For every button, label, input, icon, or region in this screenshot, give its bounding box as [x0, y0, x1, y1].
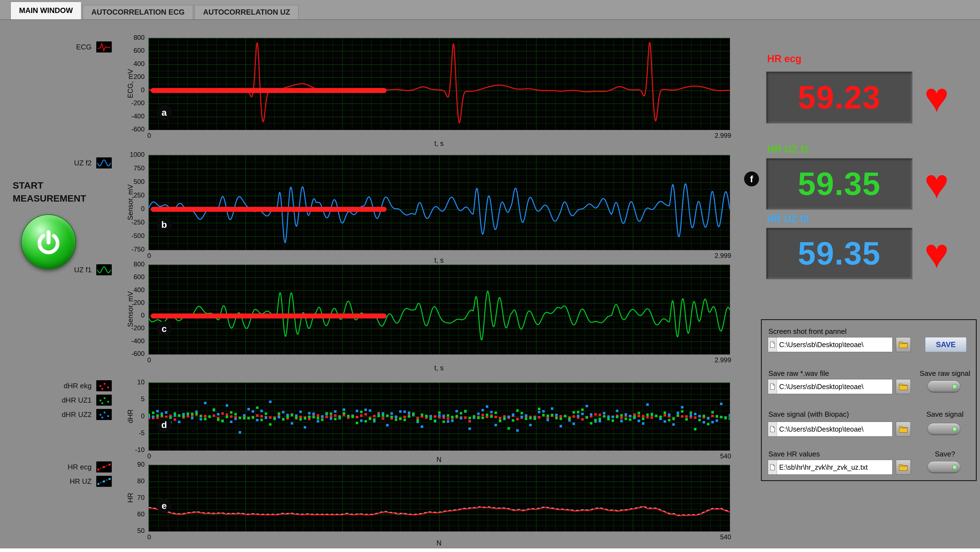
- labview-front-panel: MAIN WINDOW AUTOCORRELATION ECG AUTOCORR…: [0, 0, 980, 552]
- y-tick-label: 1000: [119, 151, 145, 158]
- hr-uz-legend-label: HR UZ: [48, 477, 92, 486]
- hr-ecg-value: 59.23: [798, 79, 881, 116]
- hr-uz-f1-label: HR UZ f1: [767, 144, 809, 155]
- uz-f1-graph-canvas: [148, 265, 730, 354]
- path-type-icon: [768, 460, 777, 474]
- chart-hr: 90807060500540NHRHR ecgHR UZ: [148, 465, 729, 531]
- wav-path-label: Save raw *.wav file: [768, 369, 829, 378]
- dhr-uz1-legend-label: dHR UZ1: [48, 396, 92, 405]
- save-signal-toggle[interactable]: [927, 423, 961, 435]
- x-axis-label: t, s: [406, 364, 472, 372]
- y-tick-label: -750: [119, 246, 145, 253]
- screenshot-path-label: Screen shot front pannel: [768, 327, 846, 336]
- x-tick-label: 0: [147, 252, 169, 260]
- uz-f1-legend-label: UZ f1: [48, 266, 92, 274]
- x-tick-label: 0: [147, 452, 169, 460]
- hr-ecg-legend-icon: [96, 461, 112, 473]
- heart-icon: ♥: [924, 77, 949, 118]
- dhr-uz1-legend-icon: [96, 394, 112, 406]
- hr-uz-f1-value: 59.35: [798, 165, 881, 203]
- y-axis-label: Sensor, mV: [126, 158, 134, 246]
- dhr-graph-canvas: [148, 383, 730, 451]
- dhr-ekg-legend-icon: [96, 380, 112, 392]
- folder-icon: [898, 340, 908, 349]
- hr-graph-canvas: [148, 465, 730, 531]
- annotation-c: c: [157, 321, 172, 336]
- y-axis-label: ECG, mV: [126, 40, 134, 128]
- chart-uz-f2: 10007505002500-250-500-75002.999t, sSens…: [148, 155, 729, 250]
- dhr-ekg-legend-label: dHR ekg: [48, 381, 92, 390]
- hr-uz-f2-value: 59.35: [798, 235, 881, 272]
- hr-uz-f1-display: 59.35: [766, 158, 913, 210]
- path-type-icon: [768, 337, 777, 352]
- x-axis-label: N: [406, 539, 472, 547]
- save-settings-panel: Screen shot front pannel C:\Users\sb\Des…: [761, 319, 977, 481]
- x-tick-label: 540: [682, 452, 731, 460]
- tab-main-window[interactable]: MAIN WINDOW: [11, 2, 81, 19]
- biopac-path-value: C:\Users\sb\Desktop\teoae\: [777, 425, 864, 433]
- save-screenshot-button[interactable]: SAVE: [925, 337, 966, 352]
- hr-uz-legend-icon: [96, 475, 112, 487]
- hr-values-browse-button[interactable]: [896, 460, 911, 475]
- wav-path-value: C:\Users\sb\Desktop\teoae\: [777, 383, 864, 391]
- chart-ecg: 8006004002000-200-400-60002.999t, sECG, …: [148, 38, 729, 129]
- uz-f2-legend-icon: [96, 157, 112, 169]
- save-hr-label: Save?: [915, 450, 975, 458]
- ecg-legend-icon: [96, 41, 112, 53]
- ecg-legend-label: ECG: [48, 43, 92, 51]
- x-tick-label: 2.999: [682, 132, 731, 139]
- x-tick-label: 540: [682, 533, 731, 541]
- uz-f2-graph-canvas: [148, 155, 730, 250]
- wav-path-input[interactable]: C:\Users\sb\Desktop\teoae\: [768, 379, 892, 394]
- hr-uz-f2-display: 59.35: [766, 228, 913, 279]
- screenshot-path-input[interactable]: C:\Users\sb\Desktop\teoae\: [768, 337, 892, 352]
- hr-values-path-value: E:\sb\hr\hr_zvk\hr_zvk_uz.txt: [777, 463, 868, 471]
- chart-uz-f1: 8006004002000-200-400-60002.999t, sSenso…: [148, 265, 729, 354]
- wav-browse-button[interactable]: [896, 379, 911, 394]
- x-axis-label: N: [406, 456, 472, 464]
- x-axis-label: t, s: [406, 139, 472, 147]
- dhr-uz2-legend-icon: [96, 409, 112, 420]
- tab-autocorrelation-ecg[interactable]: AUTOCORRELATION ECG: [83, 5, 193, 19]
- save-raw-signal-toggle[interactable]: [927, 381, 961, 392]
- biopac-path-input[interactable]: C:\Users\sb\Desktop\teoae\: [768, 422, 892, 437]
- hr-uz-f2-label: HR UZ f2: [767, 213, 809, 225]
- annotation-e: e: [157, 498, 172, 513]
- tab-bar: MAIN WINDOW AUTOCORRELATION ECG AUTOCORR…: [0, 0, 980, 20]
- hr-ecg-legend-label: HR ecg: [48, 463, 92, 471]
- path-type-icon: [768, 422, 777, 436]
- start-label-line2: MEASUREMENT: [13, 192, 86, 205]
- save-signal-label: Save signal: [915, 410, 975, 419]
- x-tick-label: 0: [147, 356, 169, 364]
- biopac-path-label: Save signal (with Biopac): [768, 410, 849, 419]
- screenshot-browse-button[interactable]: [896, 337, 911, 352]
- hr-values-path-label: Save HR values: [768, 450, 820, 458]
- start-label-line1: START: [13, 179, 86, 192]
- folder-icon: [898, 383, 908, 391]
- x-tick-label: 2.999: [682, 356, 731, 364]
- start-measurement-label: START MEASUREMENT: [13, 179, 86, 205]
- ecg-graph-canvas: [148, 38, 730, 130]
- chart-dhr: 1050-5-100540NdHRdHR ekgdHR UZ1dHR UZ2: [148, 383, 729, 450]
- biopac-browse-button[interactable]: [896, 422, 911, 437]
- hr-ecg-display: 59.23: [766, 71, 913, 124]
- x-tick-label: 0: [147, 533, 169, 541]
- save-raw-signal-label: Save raw signal: [915, 369, 975, 378]
- hr-values-path-input[interactable]: E:\sb\hr\hr_zvk\hr_zvk_uz.txt: [768, 460, 892, 475]
- dhr-uz2-legend-label: dHR UZ2: [48, 410, 92, 419]
- y-axis-label: HR: [126, 454, 134, 542]
- screenshot-path-value: C:\Users\sb\Desktop\teoae\: [777, 341, 864, 349]
- start-measurement-power-button[interactable]: [21, 214, 76, 270]
- annotation-d: d: [157, 417, 172, 432]
- y-axis-label: dHR: [126, 372, 134, 460]
- save-hr-toggle[interactable]: [927, 461, 961, 473]
- page-bottom-margin: [0, 549, 980, 552]
- power-icon: [33, 227, 64, 257]
- folder-icon: [898, 463, 908, 471]
- annotation-b: b: [157, 217, 172, 232]
- y-axis-label: Sensor, mV: [126, 265, 134, 353]
- annotation-f: f: [744, 171, 759, 187]
- tab-autocorrelation-uz[interactable]: AUTOCORRELATION UZ: [194, 5, 299, 19]
- x-axis-label: t, s: [406, 256, 472, 264]
- x-tick-label: 0: [147, 132, 169, 139]
